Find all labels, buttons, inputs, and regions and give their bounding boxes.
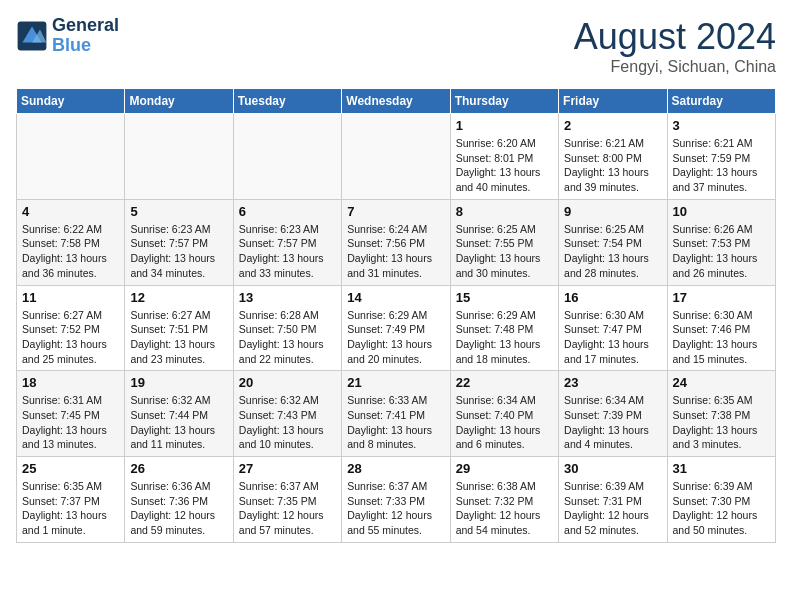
cell-info-18: Sunrise: 6:31 AMSunset: 7:45 PMDaylight:… bbox=[22, 393, 119, 452]
cell-date-4: 4 bbox=[22, 204, 119, 219]
day-header-friday: Friday bbox=[559, 89, 667, 114]
calendar-header: General Blue August 2024 Fengyi, Sichuan… bbox=[16, 16, 776, 76]
cell-info-22: Sunrise: 6:34 AMSunset: 7:40 PMDaylight:… bbox=[456, 393, 553, 452]
empty-cell bbox=[125, 114, 233, 200]
cell-date-30: 30 bbox=[564, 461, 661, 476]
day-cell-8: 8Sunrise: 6:25 AMSunset: 7:55 PMDaylight… bbox=[450, 199, 558, 285]
day-cell-19: 19Sunrise: 6:32 AMSunset: 7:44 PMDayligh… bbox=[125, 371, 233, 457]
day-cell-7: 7Sunrise: 6:24 AMSunset: 7:56 PMDaylight… bbox=[342, 199, 450, 285]
cell-date-13: 13 bbox=[239, 290, 336, 305]
cell-info-29: Sunrise: 6:38 AMSunset: 7:32 PMDaylight:… bbox=[456, 479, 553, 538]
empty-cell bbox=[17, 114, 125, 200]
cell-info-17: Sunrise: 6:30 AMSunset: 7:46 PMDaylight:… bbox=[673, 308, 770, 367]
cell-date-23: 23 bbox=[564, 375, 661, 390]
cell-date-20: 20 bbox=[239, 375, 336, 390]
cell-date-2: 2 bbox=[564, 118, 661, 133]
day-cell-14: 14Sunrise: 6:29 AMSunset: 7:49 PMDayligh… bbox=[342, 285, 450, 371]
cell-info-25: Sunrise: 6:35 AMSunset: 7:37 PMDaylight:… bbox=[22, 479, 119, 538]
day-cell-5: 5Sunrise: 6:23 AMSunset: 7:57 PMDaylight… bbox=[125, 199, 233, 285]
day-cell-20: 20Sunrise: 6:32 AMSunset: 7:43 PMDayligh… bbox=[233, 371, 341, 457]
empty-cell bbox=[342, 114, 450, 200]
day-header-monday: Monday bbox=[125, 89, 233, 114]
day-header-wednesday: Wednesday bbox=[342, 89, 450, 114]
cell-info-8: Sunrise: 6:25 AMSunset: 7:55 PMDaylight:… bbox=[456, 222, 553, 281]
cell-date-22: 22 bbox=[456, 375, 553, 390]
title-block: August 2024 Fengyi, Sichuan, China bbox=[574, 16, 776, 76]
cell-info-16: Sunrise: 6:30 AMSunset: 7:47 PMDaylight:… bbox=[564, 308, 661, 367]
cell-info-1: Sunrise: 6:20 AMSunset: 8:01 PMDaylight:… bbox=[456, 136, 553, 195]
empty-cell bbox=[233, 114, 341, 200]
cell-info-19: Sunrise: 6:32 AMSunset: 7:44 PMDaylight:… bbox=[130, 393, 227, 452]
day-cell-15: 15Sunrise: 6:29 AMSunset: 7:48 PMDayligh… bbox=[450, 285, 558, 371]
cell-info-24: Sunrise: 6:35 AMSunset: 7:38 PMDaylight:… bbox=[673, 393, 770, 452]
cell-info-6: Sunrise: 6:23 AMSunset: 7:57 PMDaylight:… bbox=[239, 222, 336, 281]
day-cell-17: 17Sunrise: 6:30 AMSunset: 7:46 PMDayligh… bbox=[667, 285, 775, 371]
cell-date-25: 25 bbox=[22, 461, 119, 476]
cell-info-15: Sunrise: 6:29 AMSunset: 7:48 PMDaylight:… bbox=[456, 308, 553, 367]
day-cell-13: 13Sunrise: 6:28 AMSunset: 7:50 PMDayligh… bbox=[233, 285, 341, 371]
cell-info-21: Sunrise: 6:33 AMSunset: 7:41 PMDaylight:… bbox=[347, 393, 444, 452]
day-cell-18: 18Sunrise: 6:31 AMSunset: 7:45 PMDayligh… bbox=[17, 371, 125, 457]
week-row-2: 4Sunrise: 6:22 AMSunset: 7:58 PMDaylight… bbox=[17, 199, 776, 285]
cell-date-24: 24 bbox=[673, 375, 770, 390]
cell-date-7: 7 bbox=[347, 204, 444, 219]
cell-date-19: 19 bbox=[130, 375, 227, 390]
cell-info-28: Sunrise: 6:37 AMSunset: 7:33 PMDaylight:… bbox=[347, 479, 444, 538]
cell-info-14: Sunrise: 6:29 AMSunset: 7:49 PMDaylight:… bbox=[347, 308, 444, 367]
logo-line2: Blue bbox=[52, 35, 91, 55]
cell-info-4: Sunrise: 6:22 AMSunset: 7:58 PMDaylight:… bbox=[22, 222, 119, 281]
cell-date-8: 8 bbox=[456, 204, 553, 219]
cell-date-10: 10 bbox=[673, 204, 770, 219]
cell-info-27: Sunrise: 6:37 AMSunset: 7:35 PMDaylight:… bbox=[239, 479, 336, 538]
day-cell-25: 25Sunrise: 6:35 AMSunset: 7:37 PMDayligh… bbox=[17, 457, 125, 543]
cell-info-11: Sunrise: 6:27 AMSunset: 7:52 PMDaylight:… bbox=[22, 308, 119, 367]
cell-info-23: Sunrise: 6:34 AMSunset: 7:39 PMDaylight:… bbox=[564, 393, 661, 452]
day-cell-24: 24Sunrise: 6:35 AMSunset: 7:38 PMDayligh… bbox=[667, 371, 775, 457]
cell-date-9: 9 bbox=[564, 204, 661, 219]
cell-date-5: 5 bbox=[130, 204, 227, 219]
day-cell-31: 31Sunrise: 6:39 AMSunset: 7:30 PMDayligh… bbox=[667, 457, 775, 543]
cell-info-30: Sunrise: 6:39 AMSunset: 7:31 PMDaylight:… bbox=[564, 479, 661, 538]
day-cell-9: 9Sunrise: 6:25 AMSunset: 7:54 PMDaylight… bbox=[559, 199, 667, 285]
cell-info-26: Sunrise: 6:36 AMSunset: 7:36 PMDaylight:… bbox=[130, 479, 227, 538]
day-cell-21: 21Sunrise: 6:33 AMSunset: 7:41 PMDayligh… bbox=[342, 371, 450, 457]
cell-info-10: Sunrise: 6:26 AMSunset: 7:53 PMDaylight:… bbox=[673, 222, 770, 281]
week-row-3: 11Sunrise: 6:27 AMSunset: 7:52 PMDayligh… bbox=[17, 285, 776, 371]
day-cell-6: 6Sunrise: 6:23 AMSunset: 7:57 PMDaylight… bbox=[233, 199, 341, 285]
cell-date-1: 1 bbox=[456, 118, 553, 133]
day-cell-4: 4Sunrise: 6:22 AMSunset: 7:58 PMDaylight… bbox=[17, 199, 125, 285]
day-header-sunday: Sunday bbox=[17, 89, 125, 114]
logo-text: General Blue bbox=[52, 16, 119, 56]
cell-info-31: Sunrise: 6:39 AMSunset: 7:30 PMDaylight:… bbox=[673, 479, 770, 538]
day-cell-26: 26Sunrise: 6:36 AMSunset: 7:36 PMDayligh… bbox=[125, 457, 233, 543]
day-cell-3: 3Sunrise: 6:21 AMSunset: 7:59 PMDaylight… bbox=[667, 114, 775, 200]
day-cell-23: 23Sunrise: 6:34 AMSunset: 7:39 PMDayligh… bbox=[559, 371, 667, 457]
week-row-5: 25Sunrise: 6:35 AMSunset: 7:37 PMDayligh… bbox=[17, 457, 776, 543]
calendar-subtitle: Fengyi, Sichuan, China bbox=[574, 58, 776, 76]
cell-info-9: Sunrise: 6:25 AMSunset: 7:54 PMDaylight:… bbox=[564, 222, 661, 281]
cell-date-28: 28 bbox=[347, 461, 444, 476]
cell-date-15: 15 bbox=[456, 290, 553, 305]
cell-date-3: 3 bbox=[673, 118, 770, 133]
day-cell-1: 1Sunrise: 6:20 AMSunset: 8:01 PMDaylight… bbox=[450, 114, 558, 200]
cell-date-31: 31 bbox=[673, 461, 770, 476]
calendar-table: SundayMondayTuesdayWednesdayThursdayFrid… bbox=[16, 88, 776, 543]
cell-date-17: 17 bbox=[673, 290, 770, 305]
day-header-thursday: Thursday bbox=[450, 89, 558, 114]
cell-date-6: 6 bbox=[239, 204, 336, 219]
day-cell-11: 11Sunrise: 6:27 AMSunset: 7:52 PMDayligh… bbox=[17, 285, 125, 371]
logo-icon bbox=[16, 20, 48, 52]
day-cell-30: 30Sunrise: 6:39 AMSunset: 7:31 PMDayligh… bbox=[559, 457, 667, 543]
week-row-4: 18Sunrise: 6:31 AMSunset: 7:45 PMDayligh… bbox=[17, 371, 776, 457]
day-cell-29: 29Sunrise: 6:38 AMSunset: 7:32 PMDayligh… bbox=[450, 457, 558, 543]
day-cell-22: 22Sunrise: 6:34 AMSunset: 7:40 PMDayligh… bbox=[450, 371, 558, 457]
calendar-header-row: SundayMondayTuesdayWednesdayThursdayFrid… bbox=[17, 89, 776, 114]
cell-info-3: Sunrise: 6:21 AMSunset: 7:59 PMDaylight:… bbox=[673, 136, 770, 195]
cell-date-29: 29 bbox=[456, 461, 553, 476]
week-row-1: 1Sunrise: 6:20 AMSunset: 8:01 PMDaylight… bbox=[17, 114, 776, 200]
calendar-title: August 2024 bbox=[574, 16, 776, 58]
cell-date-11: 11 bbox=[22, 290, 119, 305]
day-cell-16: 16Sunrise: 6:30 AMSunset: 7:47 PMDayligh… bbox=[559, 285, 667, 371]
cell-date-26: 26 bbox=[130, 461, 227, 476]
day-cell-12: 12Sunrise: 6:27 AMSunset: 7:51 PMDayligh… bbox=[125, 285, 233, 371]
